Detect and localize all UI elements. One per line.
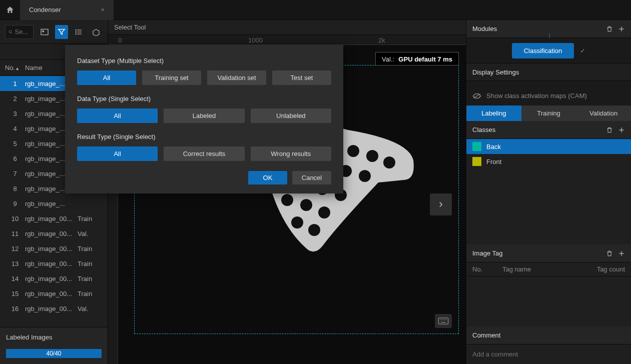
list-item[interactable]: 15rgb_image_00...Train <box>0 286 108 301</box>
eye-icon[interactable] <box>472 93 481 99</box>
plus-icon[interactable] <box>618 126 625 134</box>
list-item[interactable]: 12rgb_image_00...Train <box>0 241 108 256</box>
filter-dialog: Dataset Type (Multiple Select) AllTraini… <box>65 45 343 194</box>
cam-label[interactable]: Show class activation maps (CAM) <box>486 92 587 100</box>
search-field[interactable] <box>15 28 31 36</box>
filter-option[interactable]: Labeled <box>164 108 244 123</box>
list-icon[interactable] <box>72 25 85 39</box>
close-icon[interactable]: × <box>101 6 105 14</box>
filter-option[interactable]: All <box>77 146 158 161</box>
comment-input[interactable] <box>472 350 625 358</box>
trash-icon[interactable] <box>606 126 613 134</box>
svg-point-29 <box>308 224 320 236</box>
cancel-button[interactable]: Cancel <box>292 171 331 184</box>
keyboard-icon[interactable] <box>435 314 452 328</box>
image-icon[interactable] <box>38 25 51 39</box>
class-item[interactable]: Front <box>466 154 631 169</box>
svg-point-27 <box>318 206 330 218</box>
labeled-progress: 40/40 <box>6 349 102 358</box>
list-item[interactable]: 16rgb_image_00...Val. <box>0 301 108 316</box>
filter-option[interactable]: Training set <box>142 70 201 85</box>
svg-point-13 <box>347 145 359 157</box>
next-image-button[interactable] <box>430 194 452 216</box>
svg-point-7 <box>76 30 76 30</box>
filter-option[interactable]: All <box>77 108 158 123</box>
ruler-horizontal: 0 1000 2k <box>108 35 466 45</box>
list-item[interactable]: 10rgb_image_00...Train <box>0 211 108 226</box>
classes-title: Classes <box>472 126 495 134</box>
home-button[interactable] <box>0 0 20 20</box>
dataset-type-label: Dataset Type (Multiple Select) <box>77 57 331 64</box>
comment-title: Comment <box>472 332 500 339</box>
svg-point-3 <box>42 30 44 32</box>
tab-validation[interactable]: Validation <box>576 106 631 121</box>
project-tab[interactable]: Condenser × <box>20 0 114 20</box>
checkmark-icon: ✓ <box>580 47 585 54</box>
tab-training[interactable]: Training <box>521 106 576 121</box>
list-item[interactable]: 13rgb_image_00...Train <box>0 256 108 271</box>
svg-point-25 <box>281 194 293 206</box>
svg-point-20 <box>359 170 371 182</box>
svg-point-15 <box>383 156 395 168</box>
trash-icon[interactable] <box>606 250 613 257</box>
svg-rect-30 <box>438 318 448 324</box>
classification-module[interactable]: Classification <box>512 43 574 58</box>
filter-option[interactable]: Correct results <box>164 146 244 161</box>
filter-icon[interactable] <box>55 25 68 39</box>
tag-table-header: No. Tag name Tag count <box>466 262 631 276</box>
validation-badge: Val.: GPU default 7 ms <box>375 52 459 66</box>
filter-option[interactable]: Wrong results <box>251 146 331 161</box>
result-type-label: Result Type (Single Select) <box>77 133 331 140</box>
class-list: BackFront <box>466 139 631 169</box>
display-settings-title: Display Settings <box>472 68 519 76</box>
labeled-images-label: Labeled Images <box>6 334 102 341</box>
filter-option[interactable]: Test set <box>272 70 331 85</box>
svg-rect-2 <box>41 29 48 34</box>
list-item[interactable]: 11rgb_image_00...Val. <box>0 226 108 241</box>
svg-point-0 <box>9 30 12 32</box>
plus-icon[interactable] <box>618 250 625 257</box>
package-icon[interactable] <box>90 25 103 39</box>
filter-option[interactable]: All <box>77 70 136 85</box>
select-tool-label: Select Tool <box>108 20 466 35</box>
svg-point-28 <box>291 216 303 228</box>
col-no-header[interactable]: No.▲ <box>5 64 25 72</box>
filter-option[interactable]: Unlabeled <box>251 108 331 123</box>
image-tag-title: Image Tag <box>472 250 502 257</box>
tab-label: Condenser <box>29 6 61 14</box>
trash-icon[interactable] <box>606 26 613 32</box>
search-input[interactable] <box>5 25 34 39</box>
data-type-label: Data Type (Single Select) <box>77 95 331 102</box>
svg-point-26 <box>300 199 312 211</box>
svg-point-9 <box>76 34 76 34</box>
svg-point-14 <box>366 150 378 162</box>
plus-icon[interactable] <box>618 26 625 32</box>
class-item[interactable]: Back <box>466 139 631 154</box>
list-item[interactable]: 14rgb_image_00...Train <box>0 271 108 286</box>
svg-point-8 <box>76 32 76 32</box>
list-item[interactable]: 9rgb_image_... <box>0 196 108 211</box>
tab-labeling[interactable]: Labeling <box>466 106 521 121</box>
svg-line-1 <box>11 32 12 34</box>
filter-option[interactable]: Validation set <box>207 70 266 85</box>
ok-button[interactable]: OK <box>248 171 287 184</box>
modules-title: Modules <box>472 25 497 32</box>
